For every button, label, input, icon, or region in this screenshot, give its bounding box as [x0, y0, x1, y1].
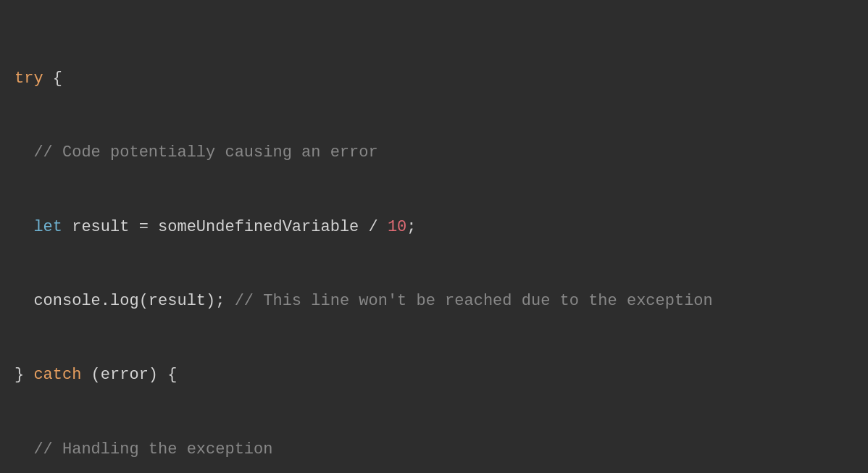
code-line-1: try {: [14, 67, 854, 91]
number-10: 10: [388, 218, 406, 236]
keyword-catch: catch: [33, 366, 81, 384]
comment-3: // Handling the exception: [14, 440, 272, 459]
code-line-2: // Code potentially causing an error: [14, 141, 854, 165]
code-line-3: let result = someUndefinedVariable / 10;: [14, 215, 854, 240]
code-line-6: // Handling the exception: [14, 438, 854, 462]
code-line-4: console.log(result); // This line won't …: [14, 289, 854, 314]
code-line-5: } catch (error) {: [14, 363, 854, 388]
keyword-let: let: [33, 218, 62, 236]
comment-2: // This line won't be reached due to the…: [235, 292, 713, 310]
comment-1: // Code potentially causing an error: [14, 143, 378, 162]
keyword-try: try: [14, 70, 43, 88]
code-editor: try { // Code potentially causing an err…: [14, 17, 854, 473]
